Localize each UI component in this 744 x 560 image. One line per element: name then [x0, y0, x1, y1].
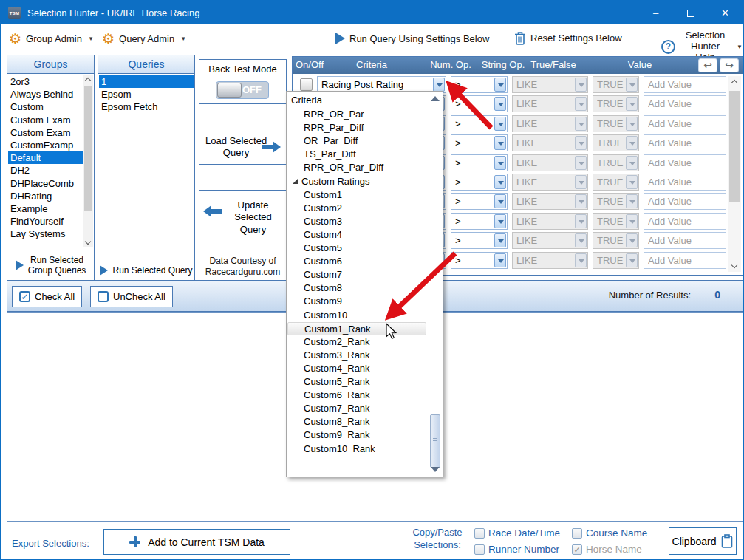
dropdown-button[interactable]: [494, 97, 506, 111]
group-list-item[interactable]: Lay Systems: [8, 228, 84, 240]
popup-item-custom1_rank[interactable]: Custom1_Rank: [287, 322, 426, 335]
query-list-item[interactable]: Epsom Fetch: [99, 100, 194, 113]
popup-item-custom2[interactable]: Custom2: [287, 202, 426, 215]
minimize-button[interactable]: –: [638, 1, 673, 24]
scrollbar-thumb[interactable]: [84, 86, 92, 211]
popup-item-custom3_rank[interactable]: Custom3_Rank: [287, 349, 426, 362]
group-list-item[interactable]: Custom: [8, 100, 84, 113]
popup-item-custom7_rank[interactable]: Custom7_Rank: [287, 402, 426, 415]
maximize-button[interactable]: [673, 1, 708, 24]
redo-button[interactable]: ↪: [720, 58, 739, 72]
popup-item-custom10_rank[interactable]: Custom10_Rank: [287, 443, 426, 456]
popup-item-or_par_diff[interactable]: OR_Par_Diff: [287, 134, 426, 148]
popup-item-ts_par_diff[interactable]: TS_Par_Diff: [287, 148, 426, 161]
group-list-item[interactable]: CustomExamp: [8, 139, 84, 151]
uncheck-all-button[interactable]: ✓ UnCheck All: [90, 286, 173, 307]
popup-item-rpr_par_diff[interactable]: RPR_Par_Diff: [287, 121, 426, 134]
option-checkbox-course-name[interactable]: [572, 528, 582, 539]
row-value-input[interactable]: [644, 193, 726, 210]
query-list-item[interactable]: 1: [99, 75, 194, 88]
dropdown-button[interactable]: [494, 194, 506, 208]
scroll-up-icon[interactable]: [431, 96, 440, 101]
scrollbar-thumb[interactable]: [729, 91, 740, 202]
row-numop-select[interactable]: >: [451, 232, 508, 249]
popup-item-custom9[interactable]: Custom9: [287, 295, 426, 308]
groups-scrollbar[interactable]: [83, 75, 93, 247]
popup-item-custom4[interactable]: Custom4: [287, 228, 426, 242]
group-list-item[interactable]: Always Behind: [8, 88, 84, 100]
group-list-item[interactable]: DH2: [8, 164, 84, 177]
scroll-down-icon[interactable]: [728, 260, 741, 272]
check-all-button[interactable]: ✓ Check All: [12, 286, 82, 307]
dropdown-button[interactable]: [494, 214, 506, 228]
query-admin-menu[interactable]: ⚙ Query Admin ▼: [102, 32, 186, 46]
popup-item-custom5_rank[interactable]: Custom5_Rank: [287, 375, 426, 389]
toggle-knob[interactable]: [217, 83, 242, 98]
popup-item-custom9_rank[interactable]: Custom9_Rank: [287, 428, 426, 442]
dropdown-button[interactable]: [494, 136, 506, 150]
popup-item-custom10[interactable]: Custom10: [287, 309, 426, 322]
dropdown-button[interactable]: [494, 78, 506, 92]
scroll-down-icon[interactable]: [85, 239, 91, 245]
query-list-item[interactable]: Epsom: [99, 88, 194, 100]
scroll-up-icon[interactable]: [728, 76, 741, 88]
popup-item-custom5[interactable]: Custom5: [287, 242, 426, 255]
add-to-tsm-button[interactable]: Add to Current TSM Data: [103, 529, 290, 555]
clipboard-button[interactable]: Clipboard: [669, 527, 737, 555]
row-value-input[interactable]: [644, 213, 726, 230]
dropdown-button[interactable]: [494, 175, 506, 189]
row-value-input[interactable]: [644, 154, 726, 171]
popup-item-custom4_rank[interactable]: Custom4_Rank: [287, 362, 426, 375]
row-value-input[interactable]: [644, 252, 726, 269]
dropdown-button[interactable]: [494, 253, 506, 267]
popup-item-custom ratings[interactable]: Custom Ratings: [287, 175, 426, 188]
dropdown-button[interactable]: [433, 78, 445, 92]
popup-item-rpr_or_par[interactable]: RPR_OR_Par: [287, 108, 426, 121]
row-value-input[interactable]: [644, 76, 726, 93]
row-value-input[interactable]: [644, 115, 726, 132]
group-list-item[interactable]: Example: [8, 202, 84, 215]
run-query-button[interactable]: Run Query Using Settings Below: [335, 33, 489, 44]
option-checkbox-runner-number[interactable]: [474, 544, 485, 555]
popup-item-custom7[interactable]: Custom7: [287, 268, 426, 281]
reset-settings-button[interactable]: Reset Settings Below: [514, 31, 622, 45]
tree-expander-icon[interactable]: [293, 179, 298, 184]
row-value-input[interactable]: [644, 95, 726, 112]
run-group-queries-button[interactable]: Run SelectedGroup Queries: [7, 255, 94, 276]
row-numop-select[interactable]: >: [451, 76, 508, 93]
group-list-item[interactable]: FindYourself: [8, 215, 84, 228]
dropdown-button[interactable]: [494, 233, 506, 247]
row-onoff-checkbox[interactable]: [300, 78, 313, 91]
row-numop-select[interactable]: >: [451, 193, 508, 210]
row-numop-select[interactable]: >: [451, 154, 508, 171]
row-numop-select[interactable]: >: [451, 134, 508, 151]
popup-item-custom6[interactable]: Custom6: [287, 255, 426, 268]
run-selected-query-button[interactable]: Run Selected Query: [98, 265, 194, 276]
popup-item-custom6_rank[interactable]: Custom6_Rank: [287, 389, 426, 402]
load-selected-query-button[interactable]: Load SelectedQuery: [199, 129, 287, 165]
group-admin-menu[interactable]: ⚙ Group Admin ▼: [9, 32, 94, 46]
popup-item-custom8[interactable]: Custom8: [287, 281, 426, 295]
group-list-item[interactable]: DHPlaceComb: [8, 177, 84, 190]
popup-item-rpr_or_par_diff[interactable]: RPR_OR_Par_Diff: [287, 161, 426, 174]
back-test-toggle[interactable]: OFF: [216, 81, 269, 99]
row-numop-select[interactable]: >: [451, 213, 508, 230]
dropdown-button[interactable]: [494, 156, 506, 170]
group-list-item[interactable]: DHRating: [8, 190, 84, 202]
group-list-item[interactable]: Default: [8, 151, 84, 164]
undo-button[interactable]: ↩: [698, 58, 717, 72]
popup-item-custom2_rank[interactable]: Custom2_Rank: [287, 335, 426, 349]
scrollbar-thumb[interactable]: [430, 414, 440, 468]
update-selected-query-button[interactable]: UpdateSelected Query: [199, 190, 287, 231]
group-list-item[interactable]: 2or3: [8, 75, 84, 88]
popup-item-custom3[interactable]: Custom3: [287, 215, 426, 228]
criteria-scrollbar[interactable]: [728, 76, 741, 272]
popup-item-custom8_rank[interactable]: Custom8_Rank: [287, 415, 426, 428]
row-numop-select[interactable]: >: [451, 174, 508, 191]
dropdown-button[interactable]: [494, 117, 506, 131]
option-checkbox-race-date-time[interactable]: [474, 528, 485, 539]
row-numop-select[interactable]: >: [451, 95, 508, 112]
scroll-down-icon[interactable]: [431, 467, 440, 472]
row-value-input[interactable]: [644, 174, 726, 191]
scroll-up-icon[interactable]: [85, 78, 91, 83]
